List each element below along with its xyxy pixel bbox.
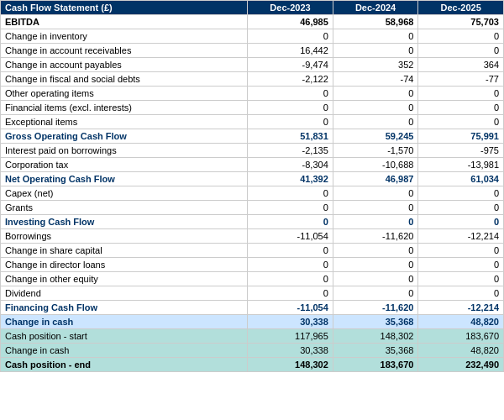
row-val2: 0	[333, 29, 418, 44]
row-label: Other operating items	[1, 87, 248, 101]
row-val3: 48,820	[418, 315, 504, 329]
row-val3: 0	[418, 201, 504, 215]
row-val3: 75,703	[418, 15, 504, 29]
row-val3: 61,034	[418, 172, 504, 186]
table-row: Borrowings-11,054-11,620-12,214	[1, 229, 504, 244]
row-label: Investing Cash Flow	[1, 215, 248, 229]
row-val1: 0	[248, 272, 333, 286]
row-val3: 0	[418, 186, 504, 201]
row-val1: -11,054	[248, 301, 333, 315]
row-val1: -2,135	[248, 144, 333, 158]
row-val3: 364	[418, 58, 504, 72]
table-row: Cash position - start117,965148,302183,6…	[1, 329, 504, 344]
row-val2: 0	[333, 272, 418, 286]
row-val1: 0	[248, 215, 333, 229]
row-val2: 35,368	[333, 344, 418, 358]
row-val3: 0	[418, 87, 504, 101]
row-val1: 0	[248, 29, 333, 44]
row-label: Change in cash	[1, 344, 248, 358]
row-val1: 0	[248, 101, 333, 115]
table-row: Change in fiscal and social debts-2,122-…	[1, 72, 504, 87]
table-row: Investing Cash Flow000	[1, 215, 504, 229]
row-val3: 75,991	[418, 129, 504, 144]
table-row: Change in inventory000	[1, 29, 504, 44]
row-label: EBITDA	[1, 15, 248, 29]
row-val3: 0	[418, 101, 504, 115]
row-val1: 0	[248, 87, 333, 101]
table-row: Grants000	[1, 201, 504, 215]
table-row: Change in account receivables16,44200	[1, 44, 504, 58]
table-row: Change in cash30,33835,36848,820	[1, 315, 504, 329]
row-val3: 48,820	[418, 344, 504, 358]
table-row: EBITDA46,98558,96875,703	[1, 15, 504, 29]
row-val3: 0	[418, 258, 504, 272]
table-row: Gross Operating Cash Flow51,83159,24575,…	[1, 129, 504, 144]
row-val3: -975	[418, 144, 504, 158]
row-val1: 117,965	[248, 329, 333, 344]
row-val3: 0	[418, 286, 504, 301]
row-val2: 0	[333, 258, 418, 272]
row-val1: 16,442	[248, 44, 333, 58]
row-val3: 0	[418, 29, 504, 44]
row-val1: 0	[248, 244, 333, 258]
row-val3: 0	[418, 215, 504, 229]
header-dec2024: Dec-2024	[333, 1, 418, 15]
row-val2: -11,620	[333, 229, 418, 244]
cash-flow-table: Cash Flow Statement (£) Dec-2023 Dec-202…	[0, 0, 504, 372]
row-val2: -1,570	[333, 144, 418, 158]
row-val2: 0	[333, 286, 418, 301]
row-val1: -11,054	[248, 229, 333, 244]
row-val2: 0	[333, 115, 418, 129]
row-val2: 0	[333, 101, 418, 115]
row-val2: -11,620	[333, 301, 418, 315]
row-val1: 41,392	[248, 172, 333, 186]
row-val2: 0	[333, 44, 418, 58]
row-val1: 0	[248, 201, 333, 215]
row-val1: 148,302	[248, 358, 333, 372]
table-row: Change in account payables-9,474352364	[1, 58, 504, 72]
row-val1: 0	[248, 186, 333, 201]
row-val2: 0	[333, 186, 418, 201]
row-val3: 0	[418, 44, 504, 58]
row-label: Exceptional items	[1, 115, 248, 129]
row-label: Change in director loans	[1, 258, 248, 272]
row-val1: 0	[248, 258, 333, 272]
row-val2: 58,968	[333, 15, 418, 29]
row-val2: -74	[333, 72, 418, 87]
row-label: Cash position - end	[1, 358, 248, 372]
table-row: Exceptional items000	[1, 115, 504, 129]
row-label: Change in cash	[1, 315, 248, 329]
row-label: Gross Operating Cash Flow	[1, 129, 248, 144]
table-row: Cash position - end148,302183,670232,490	[1, 358, 504, 372]
row-val1: 46,985	[248, 15, 333, 29]
row-val1: 0	[248, 115, 333, 129]
row-label: Change in fiscal and social debts	[1, 72, 248, 87]
row-label: Change in other equity	[1, 272, 248, 286]
row-val2: 148,302	[333, 329, 418, 344]
row-val1: 30,338	[248, 344, 333, 358]
row-val2: 0	[333, 244, 418, 258]
row-val3: -13,981	[418, 158, 504, 172]
table-row: Corporation tax-8,304-10,688-13,981	[1, 158, 504, 172]
table-row: Change in share capital000	[1, 244, 504, 258]
row-label: Change in inventory	[1, 29, 248, 44]
row-label: Financing Cash Flow	[1, 301, 248, 315]
row-val2: 59,245	[333, 129, 418, 144]
row-label: Borrowings	[1, 229, 248, 244]
row-val3: 0	[418, 115, 504, 129]
table-row: Change in director loans000	[1, 258, 504, 272]
row-val1: -8,304	[248, 158, 333, 172]
row-val3: 0	[418, 272, 504, 286]
row-label: Corporation tax	[1, 158, 248, 172]
row-label: Cash position - start	[1, 329, 248, 344]
row-val1: 30,338	[248, 315, 333, 329]
table-row: Dividend000	[1, 286, 504, 301]
row-val2: 35,368	[333, 315, 418, 329]
table-row: Interest paid on borrowings-2,135-1,570-…	[1, 144, 504, 158]
row-val2: -10,688	[333, 158, 418, 172]
row-val3: -12,214	[418, 301, 504, 315]
row-label: Capex (net)	[1, 186, 248, 201]
row-val3: -77	[418, 72, 504, 87]
row-val2: 0	[333, 201, 418, 215]
row-val1: 51,831	[248, 129, 333, 144]
